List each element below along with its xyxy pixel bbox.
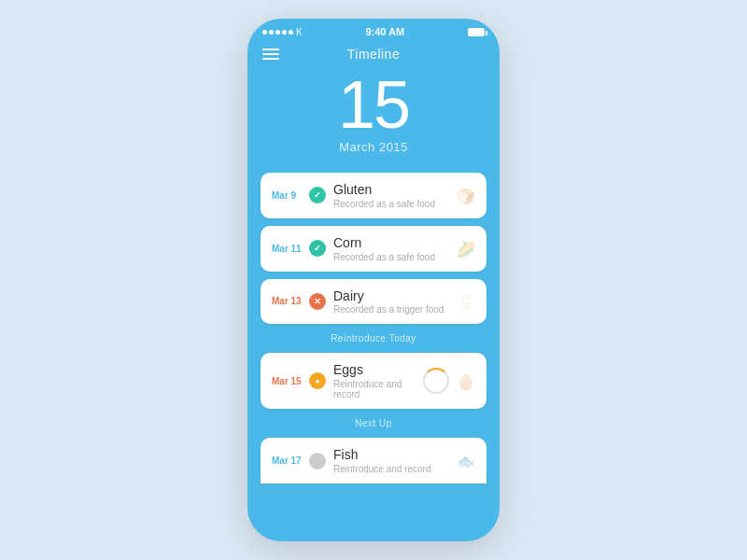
month-year: March 2015 bbox=[339, 140, 408, 154]
battery-fill bbox=[469, 29, 484, 35]
corn-icon bbox=[457, 238, 475, 259]
signal-dot bbox=[282, 30, 287, 35]
phone-frame: K 9:40 AM Timeline 15 March 2015 Mar 9 ✓… bbox=[247, 19, 500, 541]
date-section: 15 March 2015 bbox=[247, 62, 500, 173]
hamburger-icon bbox=[262, 53, 279, 55]
card-content: Dairy Recorded as a trigger food bbox=[333, 288, 449, 315]
page-title: Timeline bbox=[347, 47, 400, 62]
card-content: Fish Reintroduce and record bbox=[333, 447, 449, 474]
trigger-icon: ✕ bbox=[309, 293, 326, 310]
food-name: Eggs bbox=[333, 362, 416, 378]
food-subtitle: Reintroduce and record bbox=[333, 464, 449, 474]
battery-icon bbox=[468, 28, 485, 36]
timeline-list: Mar 9 ✓ Gluten Recorded as a safe food M… bbox=[247, 173, 500, 541]
card-content: Eggs Reintroduce and record bbox=[333, 362, 416, 399]
food-name: Corn bbox=[333, 235, 449, 251]
menu-button[interactable] bbox=[262, 49, 279, 60]
safe-icon: ✓ bbox=[309, 187, 326, 203]
bread-icon bbox=[457, 185, 475, 206]
dairy-icon bbox=[457, 290, 475, 312]
food-card-corn[interactable]: Mar 11 ✓ Corn Recorded as a safe food bbox=[261, 226, 486, 272]
signal-area: K bbox=[262, 27, 303, 37]
next-up-label: Next Up bbox=[261, 416, 486, 430]
safe-icon: ✓ bbox=[309, 240, 326, 257]
card-date: Mar 13 bbox=[272, 296, 302, 306]
hamburger-icon bbox=[262, 58, 279, 60]
food-subtitle: Recorded as a safe food bbox=[333, 199, 449, 209]
status-bar: K 9:40 AM bbox=[247, 19, 500, 41]
carrier-label: K bbox=[296, 27, 303, 37]
card-content: Gluten Recorded as a safe food bbox=[333, 182, 449, 209]
food-subtitle: Reintroduce and record bbox=[333, 379, 416, 399]
hamburger-icon bbox=[262, 49, 279, 50]
signal-dot bbox=[275, 30, 280, 35]
progress-circle-icon bbox=[423, 368, 449, 394]
food-subtitle: Recorded as a safe food bbox=[333, 252, 449, 262]
card-date: Mar 15 bbox=[272, 376, 302, 386]
signal-dot bbox=[262, 30, 267, 35]
card-content: Corn Recorded as a safe food bbox=[333, 235, 449, 262]
app-header: Timeline bbox=[247, 41, 500, 62]
egg-icon bbox=[457, 371, 475, 392]
reintroduce-label: Reintroduce Today bbox=[261, 331, 486, 345]
pending-icon: ● bbox=[309, 372, 326, 389]
food-subtitle: Recorded as a trigger food bbox=[333, 304, 449, 315]
day-number: 15 bbox=[338, 71, 409, 138]
card-date: Mar 9 bbox=[272, 190, 302, 201]
food-card-gluten[interactable]: Mar 9 ✓ Gluten Recorded as a safe food bbox=[261, 173, 486, 218]
fish-icon bbox=[457, 450, 475, 471]
signal-dot bbox=[289, 30, 293, 35]
signal-dots bbox=[262, 30, 293, 35]
signal-dot bbox=[269, 30, 274, 35]
food-name: Fish bbox=[333, 447, 449, 463]
food-card-fish[interactable]: Mar 17 Fish Reintroduce and record bbox=[261, 438, 486, 483]
food-card-eggs[interactable]: Mar 15 ● Eggs Reintroduce and record bbox=[261, 353, 486, 409]
food-name: Gluten bbox=[333, 182, 449, 198]
card-date: Mar 11 bbox=[272, 244, 302, 254]
food-name: Dairy bbox=[333, 288, 449, 304]
food-card-dairy[interactable]: Mar 13 ✕ Dairy Recorded as a trigger foo… bbox=[261, 279, 486, 325]
future-icon bbox=[309, 453, 326, 469]
card-date: Mar 17 bbox=[272, 455, 302, 466]
time-label: 9:40 AM bbox=[365, 26, 404, 37]
